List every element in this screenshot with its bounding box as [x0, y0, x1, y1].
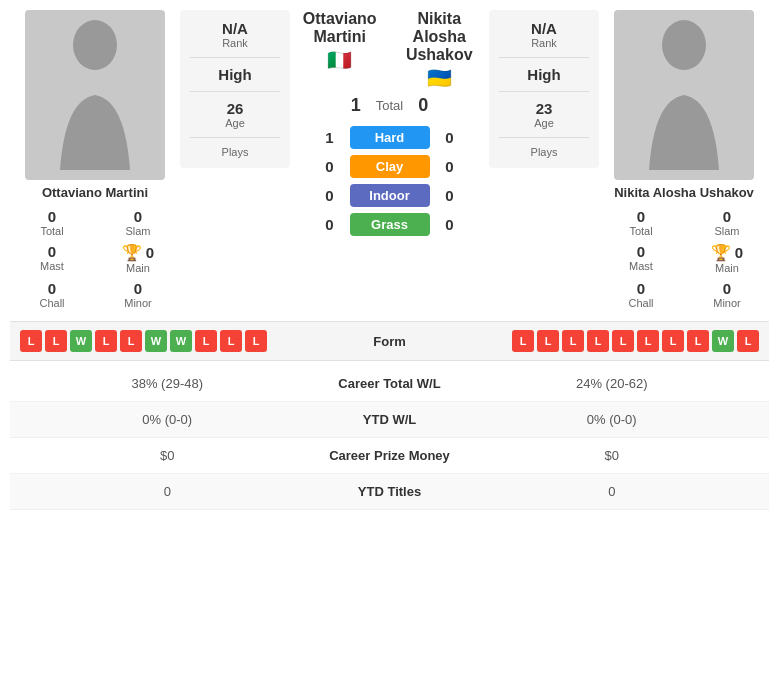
stats-center-label: Career Total W/L — [310, 376, 470, 391]
indoor-row: 0 Indoor 0 — [290, 184, 489, 207]
right-age-item: 23 Age — [534, 100, 554, 129]
right-age-value: 23 — [534, 100, 554, 117]
left-plays-label: Plays — [222, 146, 249, 158]
left-total-label: Total — [40, 225, 63, 237]
left-age-label: Age — [225, 117, 245, 129]
left-player-card: Ottaviano Martini 0 Total 0 Slam 0 Mast … — [10, 10, 180, 311]
form-badge-right: L — [737, 330, 759, 352]
left-mast-stat: 0 Mast — [10, 241, 94, 276]
right-total-stat: 0 Total — [599, 206, 683, 239]
right-plays-label: Plays — [531, 146, 558, 158]
form-badge-left: L — [245, 330, 267, 352]
form-section: LLWLLWWLLL Form LLLLLLLLWL — [10, 321, 769, 361]
indoor-left-score: 0 — [320, 187, 340, 204]
indoor-right-score: 0 — [440, 187, 460, 204]
right-slam-stat: 0 Slam — [685, 206, 769, 239]
right-rank-label: Rank — [531, 37, 557, 49]
stats-right-value: 24% (20-62) — [470, 376, 755, 391]
grass-row: 0 Grass 0 — [290, 213, 489, 236]
total-row: 1 Total 0 — [290, 95, 489, 116]
form-badge-right: L — [587, 330, 609, 352]
form-badge-left: W — [70, 330, 92, 352]
left-plays-item: Plays — [222, 146, 249, 158]
form-badge-right: L — [537, 330, 559, 352]
left-player-photo — [25, 10, 165, 180]
right-main-label: Main — [715, 262, 739, 274]
svg-point-0 — [73, 20, 117, 70]
right-stats-grid: 0 Total 0 Slam 0 Mast 🏆 0 Main — [599, 206, 769, 311]
left-trophy-main-stat: 🏆 0 Main — [96, 241, 180, 276]
stats-left-value: $0 — [25, 448, 310, 463]
right-name-text-2: Ushakov — [406, 46, 473, 63]
stats-left-value: 38% (29-48) — [25, 376, 310, 391]
center-wrapper: Ottaviano Martini 🇮🇹 Nikita Alosha Ushak… — [290, 10, 489, 242]
right-total-value: 0 — [637, 208, 645, 225]
names-row: Ottaviano Martini 🇮🇹 Nikita Alosha Ushak… — [290, 10, 489, 90]
left-age-item: 26 Age — [225, 100, 245, 129]
left-slam-label: Slam — [125, 225, 150, 237]
form-badge-right: L — [612, 330, 634, 352]
stats-left-value: 0 — [25, 484, 310, 499]
stats-center-label: YTD W/L — [310, 412, 470, 427]
right-high-value: High — [527, 66, 560, 83]
right-chall-value: 0 — [637, 280, 645, 297]
left-divider-3 — [190, 137, 280, 138]
right-rank-item: N/A Rank — [531, 20, 557, 49]
form-badge-left: W — [145, 330, 167, 352]
left-name-center: Ottaviano Martini — [290, 10, 390, 46]
form-badge-right: L — [637, 330, 659, 352]
left-name-text-1: Ottaviano — [303, 10, 377, 27]
left-age-value: 26 — [225, 100, 245, 117]
grass-badge: Grass — [350, 213, 430, 236]
form-label: Form — [330, 334, 450, 349]
right-mast-stat: 0 Mast — [599, 241, 683, 276]
right-total-score: 0 — [418, 95, 428, 116]
left-stats-grid: 0 Total 0 Slam 0 Mast 🏆 0 Main — [10, 206, 180, 311]
right-minor-label: Minor — [713, 297, 741, 309]
right-main-value: 0 — [735, 244, 743, 261]
left-main-label: Main — [126, 262, 150, 274]
left-mast-label: Mast — [40, 260, 64, 272]
grass-left-score: 0 — [320, 216, 340, 233]
form-badge-left: L — [45, 330, 67, 352]
form-badge-left: W — [170, 330, 192, 352]
right-player-card: Nikita Alosha Ushakov 0 Total 0 Slam 0 M… — [599, 10, 769, 311]
right-minor-stat: 0 Minor — [685, 278, 769, 311]
surfaces-section: 1 Total 0 1 Hard 0 0 Clay 0 0 Indoor — [290, 95, 489, 242]
left-player-name: Ottaviano Martini — [42, 185, 148, 200]
clay-left-score: 0 — [320, 158, 340, 175]
left-rank-item: N/A Rank — [222, 20, 248, 49]
right-mast-value: 0 — [637, 243, 645, 260]
form-badge-right: L — [562, 330, 584, 352]
stats-row: 0YTD Titles0 — [10, 474, 769, 510]
hard-badge: Hard — [350, 126, 430, 149]
form-badge-right: L — [512, 330, 534, 352]
form-badge-right: L — [687, 330, 709, 352]
left-rank-label: Rank — [222, 37, 248, 49]
right-silhouette-icon — [639, 20, 729, 170]
left-total-value: 0 — [48, 208, 56, 225]
right-high-item: High — [527, 66, 560, 83]
stats-center-label: Career Prize Money — [310, 448, 470, 463]
left-silhouette-icon — [50, 20, 140, 170]
left-main-value: 0 — [146, 244, 154, 261]
left-slam-stat: 0 Slam — [96, 206, 180, 239]
right-divider-1 — [499, 57, 589, 58]
stats-right-value: $0 — [470, 448, 755, 463]
left-slam-value: 0 — [134, 208, 142, 225]
right-divider-2 — [499, 91, 589, 92]
left-divider-2 — [190, 91, 280, 92]
left-chall-label: Chall — [39, 297, 64, 309]
right-total-label: Total — [629, 225, 652, 237]
left-total-stat: 0 Total — [10, 206, 94, 239]
stats-row: $0Career Prize Money$0 — [10, 438, 769, 474]
form-badge-left: L — [95, 330, 117, 352]
left-mast-value: 0 — [48, 243, 56, 260]
main-container: Ottaviano Martini 0 Total 0 Slam 0 Mast … — [0, 0, 779, 520]
stats-left-value: 0% (0-0) — [25, 412, 310, 427]
form-badge-left: L — [120, 330, 142, 352]
hard-right-score: 0 — [440, 129, 460, 146]
left-info-card: N/A Rank High 26 Age Plays — [180, 10, 290, 168]
svg-point-1 — [662, 20, 706, 70]
right-slam-label: Slam — [714, 225, 739, 237]
